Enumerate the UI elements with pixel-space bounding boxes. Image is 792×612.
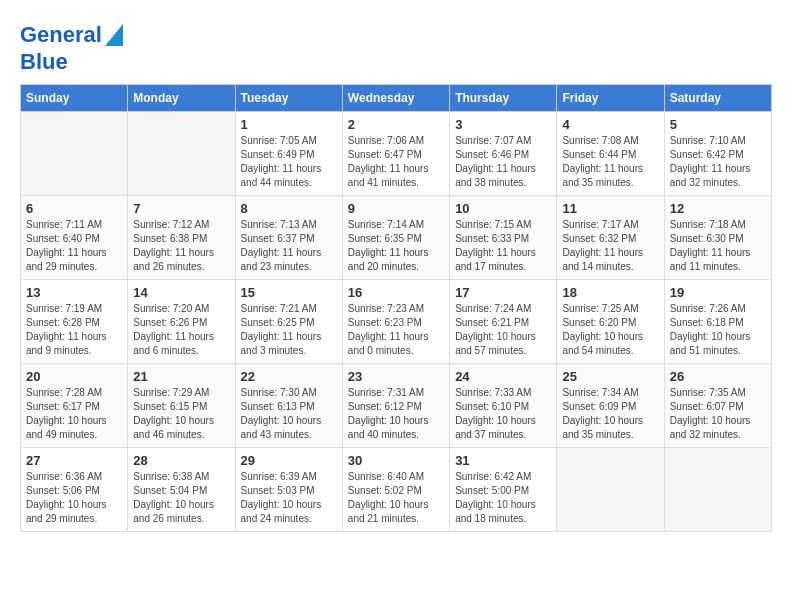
week-row-2: 6Sunrise: 7:11 AM Sunset: 6:40 PM Daylig…: [21, 195, 772, 279]
day-cell: 2Sunrise: 7:06 AM Sunset: 6:47 PM Daylig…: [342, 111, 449, 195]
day-cell: 7Sunrise: 7:12 AM Sunset: 6:38 PM Daylig…: [128, 195, 235, 279]
svg-marker-0: [105, 24, 123, 46]
day-number: 18: [562, 285, 658, 300]
day-number: 1: [241, 117, 337, 132]
day-number: 6: [26, 201, 122, 216]
day-info: Sunrise: 7:08 AM Sunset: 6:44 PM Dayligh…: [562, 134, 658, 190]
header-saturday: Saturday: [664, 84, 771, 111]
day-info: Sunrise: 7:19 AM Sunset: 6:28 PM Dayligh…: [26, 302, 122, 358]
day-number: 28: [133, 453, 229, 468]
day-cell: 10Sunrise: 7:15 AM Sunset: 6:33 PM Dayli…: [450, 195, 557, 279]
day-info: Sunrise: 7:31 AM Sunset: 6:12 PM Dayligh…: [348, 386, 444, 442]
day-info: Sunrise: 6:40 AM Sunset: 5:02 PM Dayligh…: [348, 470, 444, 526]
day-cell: 27Sunrise: 6:36 AM Sunset: 5:06 PM Dayli…: [21, 447, 128, 531]
day-info: Sunrise: 7:20 AM Sunset: 6:26 PM Dayligh…: [133, 302, 229, 358]
day-cell: 16Sunrise: 7:23 AM Sunset: 6:23 PM Dayli…: [342, 279, 449, 363]
logo-icon: [105, 24, 123, 46]
day-cell: 19Sunrise: 7:26 AM Sunset: 6:18 PM Dayli…: [664, 279, 771, 363]
day-number: 27: [26, 453, 122, 468]
day-cell: 28Sunrise: 6:38 AM Sunset: 5:04 PM Dayli…: [128, 447, 235, 531]
day-info: Sunrise: 7:18 AM Sunset: 6:30 PM Dayligh…: [670, 218, 766, 274]
day-number: 24: [455, 369, 551, 384]
day-info: Sunrise: 7:35 AM Sunset: 6:07 PM Dayligh…: [670, 386, 766, 442]
day-cell: [21, 111, 128, 195]
day-number: 9: [348, 201, 444, 216]
day-info: Sunrise: 6:39 AM Sunset: 5:03 PM Dayligh…: [241, 470, 337, 526]
day-number: 21: [133, 369, 229, 384]
day-number: 22: [241, 369, 337, 384]
calendar-table: SundayMondayTuesdayWednesdayThursdayFrid…: [20, 84, 772, 532]
day-cell: 4Sunrise: 7:08 AM Sunset: 6:44 PM Daylig…: [557, 111, 664, 195]
day-info: Sunrise: 7:11 AM Sunset: 6:40 PM Dayligh…: [26, 218, 122, 274]
day-number: 2: [348, 117, 444, 132]
day-cell: 22Sunrise: 7:30 AM Sunset: 6:13 PM Dayli…: [235, 363, 342, 447]
day-cell: 14Sunrise: 7:20 AM Sunset: 6:26 PM Dayli…: [128, 279, 235, 363]
day-cell: 13Sunrise: 7:19 AM Sunset: 6:28 PM Dayli…: [21, 279, 128, 363]
day-number: 5: [670, 117, 766, 132]
day-number: 10: [455, 201, 551, 216]
day-cell: 17Sunrise: 7:24 AM Sunset: 6:21 PM Dayli…: [450, 279, 557, 363]
header-friday: Friday: [557, 84, 664, 111]
day-cell: 15Sunrise: 7:21 AM Sunset: 6:25 PM Dayli…: [235, 279, 342, 363]
day-info: Sunrise: 7:07 AM Sunset: 6:46 PM Dayligh…: [455, 134, 551, 190]
header-wednesday: Wednesday: [342, 84, 449, 111]
day-info: Sunrise: 7:17 AM Sunset: 6:32 PM Dayligh…: [562, 218, 658, 274]
day-cell: 21Sunrise: 7:29 AM Sunset: 6:15 PM Dayli…: [128, 363, 235, 447]
day-number: 7: [133, 201, 229, 216]
day-info: Sunrise: 7:23 AM Sunset: 6:23 PM Dayligh…: [348, 302, 444, 358]
header-tuesday: Tuesday: [235, 84, 342, 111]
week-row-3: 13Sunrise: 7:19 AM Sunset: 6:28 PM Dayli…: [21, 279, 772, 363]
day-cell: 25Sunrise: 7:34 AM Sunset: 6:09 PM Dayli…: [557, 363, 664, 447]
logo: General Blue: [20, 20, 123, 74]
day-number: 26: [670, 369, 766, 384]
week-row-5: 27Sunrise: 6:36 AM Sunset: 5:06 PM Dayli…: [21, 447, 772, 531]
day-info: Sunrise: 6:38 AM Sunset: 5:04 PM Dayligh…: [133, 470, 229, 526]
logo-text-general: General: [20, 23, 102, 47]
day-info: Sunrise: 7:28 AM Sunset: 6:17 PM Dayligh…: [26, 386, 122, 442]
day-cell: [664, 447, 771, 531]
day-number: 15: [241, 285, 337, 300]
header-sunday: Sunday: [21, 84, 128, 111]
day-cell: 23Sunrise: 7:31 AM Sunset: 6:12 PM Dayli…: [342, 363, 449, 447]
day-info: Sunrise: 7:12 AM Sunset: 6:38 PM Dayligh…: [133, 218, 229, 274]
day-number: 31: [455, 453, 551, 468]
day-info: Sunrise: 7:21 AM Sunset: 6:25 PM Dayligh…: [241, 302, 337, 358]
day-info: Sunrise: 7:25 AM Sunset: 6:20 PM Dayligh…: [562, 302, 658, 358]
day-cell: 5Sunrise: 7:10 AM Sunset: 6:42 PM Daylig…: [664, 111, 771, 195]
day-info: Sunrise: 6:42 AM Sunset: 5:00 PM Dayligh…: [455, 470, 551, 526]
day-cell: 29Sunrise: 6:39 AM Sunset: 5:03 PM Dayli…: [235, 447, 342, 531]
week-row-1: 1Sunrise: 7:05 AM Sunset: 6:49 PM Daylig…: [21, 111, 772, 195]
day-number: 14: [133, 285, 229, 300]
day-number: 12: [670, 201, 766, 216]
day-info: Sunrise: 7:26 AM Sunset: 6:18 PM Dayligh…: [670, 302, 766, 358]
day-info: Sunrise: 7:14 AM Sunset: 6:35 PM Dayligh…: [348, 218, 444, 274]
day-cell: 30Sunrise: 6:40 AM Sunset: 5:02 PM Dayli…: [342, 447, 449, 531]
day-info: Sunrise: 7:06 AM Sunset: 6:47 PM Dayligh…: [348, 134, 444, 190]
day-cell: 24Sunrise: 7:33 AM Sunset: 6:10 PM Dayli…: [450, 363, 557, 447]
header: General Blue: [20, 20, 772, 74]
day-number: 23: [348, 369, 444, 384]
day-cell: 12Sunrise: 7:18 AM Sunset: 6:30 PM Dayli…: [664, 195, 771, 279]
day-info: Sunrise: 7:24 AM Sunset: 6:21 PM Dayligh…: [455, 302, 551, 358]
day-info: Sunrise: 7:34 AM Sunset: 6:09 PM Dayligh…: [562, 386, 658, 442]
day-cell: 8Sunrise: 7:13 AM Sunset: 6:37 PM Daylig…: [235, 195, 342, 279]
day-info: Sunrise: 7:30 AM Sunset: 6:13 PM Dayligh…: [241, 386, 337, 442]
day-info: Sunrise: 7:33 AM Sunset: 6:10 PM Dayligh…: [455, 386, 551, 442]
day-number: 3: [455, 117, 551, 132]
day-number: 4: [562, 117, 658, 132]
day-number: 16: [348, 285, 444, 300]
day-number: 11: [562, 201, 658, 216]
day-cell: 31Sunrise: 6:42 AM Sunset: 5:00 PM Dayli…: [450, 447, 557, 531]
day-info: Sunrise: 7:29 AM Sunset: 6:15 PM Dayligh…: [133, 386, 229, 442]
day-number: 8: [241, 201, 337, 216]
day-number: 30: [348, 453, 444, 468]
day-info: Sunrise: 6:36 AM Sunset: 5:06 PM Dayligh…: [26, 470, 122, 526]
week-row-4: 20Sunrise: 7:28 AM Sunset: 6:17 PM Dayli…: [21, 363, 772, 447]
day-cell: [557, 447, 664, 531]
day-number: 29: [241, 453, 337, 468]
calendar-header-row: SundayMondayTuesdayWednesdayThursdayFrid…: [21, 84, 772, 111]
logo-text-blue: Blue: [20, 50, 123, 74]
day-cell: 26Sunrise: 7:35 AM Sunset: 6:07 PM Dayli…: [664, 363, 771, 447]
day-number: 13: [26, 285, 122, 300]
day-cell: 3Sunrise: 7:07 AM Sunset: 6:46 PM Daylig…: [450, 111, 557, 195]
